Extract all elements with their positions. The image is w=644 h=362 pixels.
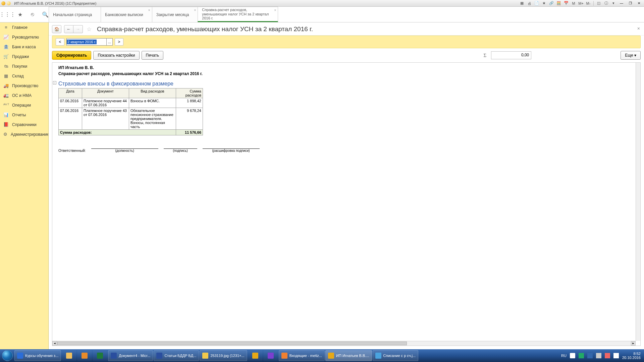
tab-close-icon[interactable]: × (148, 8, 150, 12)
sidebar-item-reports[interactable]: 📊Отчеты (0, 110, 48, 120)
show-settings-button[interactable]: Показать настройки (93, 51, 139, 60)
tb-icon-1[interactable]: ▦ (519, 1, 525, 6)
tab-closing[interactable]: Закрытие месяца× (152, 7, 198, 22)
tab-close-icon[interactable]: × (274, 8, 276, 12)
cell-type: Взносы в ФОМС. (129, 98, 176, 108)
generate-button[interactable]: Сформировать (52, 51, 91, 60)
lang-indicator[interactable]: RU (561, 354, 567, 358)
scroll-left-arrow[interactable]: ◄ (52, 341, 57, 346)
content: 🏠 ← → ☆ Справка-расчет расходов, уменьша… (49, 22, 644, 349)
tb-icon-6[interactable]: 🧮 (556, 1, 562, 6)
tab-report[interactable]: Справка-расчет расходов, уменьшающих нал… (198, 7, 278, 22)
gear-icon: ⚙ (3, 132, 7, 137)
panel-icon[interactable]: ◫ (596, 1, 602, 6)
taskbar-item[interactable]: 253119.jpg (1231×... (200, 350, 247, 361)
sidebar-item-sales[interactable]: 🛒Продажи (0, 52, 48, 61)
tray-icon[interactable] (596, 353, 601, 358)
sidebar-item-label: Отчеты (12, 113, 26, 117)
sidebar-item-purchases[interactable]: 🛍Покупки (0, 61, 48, 71)
sidebar-item-main[interactable]: ≡Главное (0, 22, 48, 32)
taskbar-item[interactable]: Списание с р сч.j... (373, 350, 419, 361)
m-btn[interactable]: M (571, 1, 577, 6)
close-button[interactable]: ✕ (635, 1, 643, 6)
tab-bank[interactable]: Банковские выписки× (101, 7, 152, 22)
forward-button[interactable]: → (73, 25, 83, 33)
taskbar-item[interactable]: Статьи БДДР БД... (154, 350, 199, 361)
sidebar-item-production[interactable]: 🚚Производство (0, 81, 48, 90)
taskbar-item[interactable]: Документ4 - Micr... (108, 350, 153, 361)
star-icon[interactable]: ★ (17, 11, 23, 18)
sidebar-item-warehouse[interactable]: ▦Склад (0, 71, 48, 81)
app-icon (268, 353, 274, 359)
favorite-icon[interactable]: ☆ (86, 26, 92, 33)
taskbar-item[interactable]: Входящие - metiz... (279, 350, 325, 361)
sum-value[interactable]: 0,00 (491, 51, 531, 59)
m-plus-btn[interactable]: M+ (578, 1, 584, 6)
dropdown-icon[interactable]: ▾ (610, 1, 616, 6)
apps-icon[interactable]: ⋮⋮⋮ (4, 11, 11, 18)
period-picker-button[interactable]: … (107, 38, 113, 46)
tray-icon[interactable] (570, 353, 575, 358)
back-button[interactable]: ← (64, 25, 73, 33)
vertical-scrollbar[interactable] (636, 63, 640, 341)
start-button[interactable] (1, 350, 14, 362)
app-icon (66, 353, 72, 359)
clock[interactable]: 8:52 20.10.2016 (622, 352, 641, 360)
taskbar-item-label: Курсы обучения з... (25, 354, 58, 358)
search-icon[interactable]: 🔍 (42, 11, 49, 18)
sidebar-item-label: Операции (12, 103, 31, 108)
taskbar-item[interactable] (62, 350, 76, 361)
taskbar-item[interactable] (77, 350, 92, 361)
taskbar-item-label: Входящие - metiz... (289, 354, 322, 358)
taskbar-item[interactable] (248, 350, 263, 361)
table-row[interactable]: 07.06.2016 Платежное поручение 43 от 07.… (59, 108, 203, 130)
tb-icon-4[interactable]: ★ (541, 1, 547, 6)
more-button[interactable]: Еще ▾ (621, 51, 641, 60)
period-value: 2 квартал 2016 г. (67, 40, 97, 44)
taskbar-item[interactable] (93, 350, 107, 361)
tb-icon-7[interactable]: 📅 (563, 1, 569, 6)
maximize-button[interactable]: ❐ (627, 1, 634, 6)
ops-icon: ᴬᵏᵀ (3, 103, 9, 108)
sidebar-item-admin[interactable]: ⚙Администрирование (0, 129, 48, 139)
col-type: Вид расходов (129, 88, 176, 98)
tab-start[interactable]: Начальная страница (49, 7, 101, 22)
print-button[interactable]: Печать (142, 51, 163, 60)
cell-date: 07.06.2016 (59, 98, 82, 108)
tray-icon[interactable] (579, 353, 584, 358)
tray-icon[interactable] (605, 353, 610, 358)
m-minus-btn[interactable]: M- (585, 1, 591, 6)
info-icon[interactable]: ⓘ (603, 1, 609, 6)
collapse-toggle[interactable]: - (53, 81, 56, 84)
scroll-thumb[interactable] (57, 342, 407, 345)
tb-icon-3[interactable]: 📄 (534, 1, 540, 6)
sidebar-item-operations[interactable]: ᴬᵏᵀОперации (0, 100, 48, 110)
taskbar-item[interactable]: ИП Игнатьев В.В.... (325, 350, 372, 361)
history-icon[interactable]: ⎋ (30, 11, 36, 18)
scroll-right-arrow[interactable]: ► (631, 341, 636, 346)
tb-icon-5[interactable]: 🔗 (548, 1, 554, 6)
sidebar-item-manager[interactable]: 📈Руководителю (0, 32, 48, 42)
tray-volume-icon[interactable] (613, 353, 619, 358)
tabs: Начальная страница Банковские выписки× З… (49, 7, 278, 22)
period-next-button[interactable]: > (115, 38, 123, 46)
taskbar-item[interactable] (263, 350, 278, 361)
home-button[interactable]: 🏠 (52, 25, 61, 33)
sidebar-item-assets[interactable]: 🚛ОС и НМА (0, 90, 48, 100)
tb-icon-2[interactable]: 🖨 (526, 1, 532, 6)
tab-close-icon[interactable]: × (194, 8, 196, 12)
period-prev-button[interactable]: < (56, 38, 64, 46)
report-table: Дата Документ Вид расходов Сумма расходо… (58, 88, 203, 135)
minimize-button[interactable]: — (618, 1, 625, 6)
sidebar-item-label: Главное (12, 25, 28, 30)
period-input[interactable]: 2 квартал 2016 г. (66, 38, 107, 46)
taskbar-item[interactable]: Курсы обучения з... (14, 350, 61, 361)
tray-icon[interactable] (587, 353, 593, 358)
app-icon (252, 353, 258, 359)
table-row[interactable]: 07.06.2016 Платежное поручение 44 от 07.… (59, 98, 203, 108)
period-bar: < 2 квартал 2016 г. … > (52, 36, 641, 48)
sidebar-item-directories[interactable]: 📕Справочники (0, 120, 48, 129)
sidebar-item-bank[interactable]: 🏦Банк и касса (0, 42, 48, 52)
horizontal-scrollbar[interactable]: ◄ ► (52, 341, 636, 346)
page-close-icon[interactable]: × (637, 26, 640, 31)
